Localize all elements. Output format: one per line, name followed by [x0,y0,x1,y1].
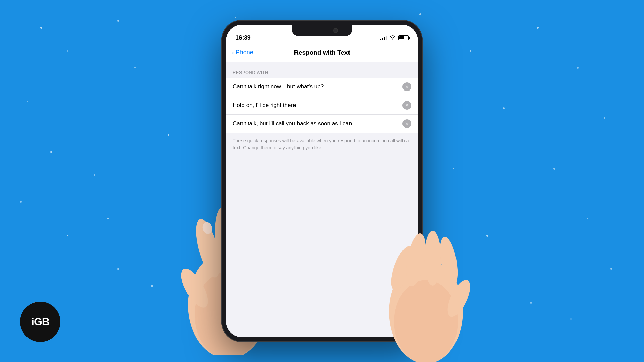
igb-logo: iGB [20,302,60,342]
back-label[interactable]: Phone [236,49,253,56]
footer-note: These quick responses will be available … [226,133,418,158]
status-time: 16:39 [235,34,251,41]
response-text-2[interactable]: Hold on, I'll be right there. [233,102,402,109]
x-icon-3: ✕ [405,121,409,126]
list-item: Hold on, I'll be right there. ✕ [226,96,418,115]
camera-icon [333,28,338,33]
status-bar-area: 16:39 [226,25,418,43]
page-title: Respond with Text [294,49,350,56]
delete-button-3[interactable]: ✕ [402,119,411,128]
status-icons [380,35,409,41]
chevron-left-icon: ‹ [232,49,234,56]
delete-button-1[interactable]: ✕ [402,82,411,91]
response-text-3[interactable]: Can't talk, but I'll call you back as so… [233,120,402,127]
section-label: RESPOND WITH: [226,70,418,78]
phone-scene: 16:39 [221,20,423,342]
back-button[interactable]: ‹ Phone [232,49,253,56]
response-text-1[interactable]: Can't talk right now... but what's up? [233,83,402,90]
list-item: Can't talk, but I'll call you back as so… [226,115,418,133]
svg-point-9 [394,280,458,362]
svg-point-12 [424,231,441,286]
list-item: Can't talk right now... but what's up? ✕ [226,78,418,96]
hand-right [382,201,470,362]
igb-logo-text: iGB [31,316,49,328]
responses-list: Can't talk right now... but what's up? ✕… [226,78,418,133]
x-icon-1: ✕ [405,84,409,89]
signal-icon [380,36,387,40]
wifi-icon [390,35,396,41]
notch [292,25,352,36]
navigation-bar: ‹ Phone Respond with Text [226,43,418,62]
x-icon-2: ✕ [405,103,409,108]
battery-icon [398,35,409,40]
delete-button-2[interactable]: ✕ [402,101,411,110]
